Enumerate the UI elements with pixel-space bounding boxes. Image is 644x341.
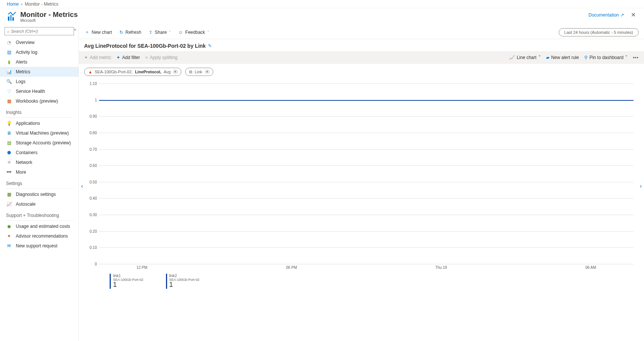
sidebar-item-label: Applications [16,121,40,126]
add-metric-button[interactable]: ✦ Add metric [84,55,111,60]
sidebar-item-label: Network [16,160,32,165]
sidebar-item-storage-accounts-preview-[interactable]: ▤Storage Accounts (preview) [0,138,78,148]
ticket-icon: ✉ [6,243,12,249]
gridline [99,264,633,264]
sidebar-item-overview[interactable]: ◔Overview [0,38,78,47]
chevron-down-icon: ˅ [625,55,627,60]
filter-icon: ✦ [116,55,120,60]
sidebar-item-label: Workbooks (preview) [16,99,58,104]
sidebar-item-logs[interactable]: 🔍Logs [0,77,78,86]
chart-next-button[interactable]: › [640,183,642,189]
sidebar-item-metrics[interactable]: 📊Metrics [0,67,78,77]
search-input[interactable] [11,29,71,33]
svg-rect-0 [8,17,9,21]
gridline [99,83,633,84]
gridline [99,165,633,166]
sidebar-item-service-health[interactable]: ♡Service Health [0,86,78,96]
sidebar-item-label: New support request [16,243,57,249]
breadcrumb: Home › Monitor - Metrics [0,0,644,8]
overview-icon: ◔ [6,39,12,45]
sidebar-item-label: Overview [16,40,35,45]
metric-pill[interactable]: ▲ SEA-100Gb-Port-02, LineProtocol, Avg ✕ [84,68,181,76]
refresh-button[interactable]: ↻ Refresh [119,28,142,36]
sidebar-item-usage-and-estimated-costs[interactable]: ◉Usage and estimated costs [0,221,78,231]
feedback-button[interactable]: ☺ Feedback ˅ [178,28,210,36]
collapse-sidebar-button[interactable]: « [74,27,76,32]
sidebar-item-label: Service Health [16,89,45,94]
series-line [99,100,633,101]
external-link-icon: ↗ [620,12,624,18]
plus-icon: ＋ [85,29,89,35]
page-subtitle: Microsoft [20,18,78,23]
sidebar-item-diagnostics-settings[interactable]: ▦Diagnostics settings [0,189,78,199]
chevron-down-icon: ˅ [538,55,541,60]
network-icon: ⚛ [6,159,12,165]
split-pill[interactable]: ⧉ Link ✕ [185,68,213,76]
sidebar-item-label: Advisor recommendations [16,233,68,239]
gridline [99,215,633,215]
gridline [99,198,633,199]
close-button[interactable]: ✕ [629,11,637,18]
sidebar-item-more[interactable]: •••More [0,167,78,177]
gridline [99,231,633,232]
sidebar-item-advisor-recommendations[interactable]: ✦Advisor recommendations [0,231,78,241]
remove-pill-button[interactable]: ✕ [205,69,210,74]
ytick-label: 1.10 [90,82,99,86]
advisor-icon: ✦ [6,233,12,239]
activity-icon: ▤ [6,49,12,55]
pin-dashboard-button[interactable]: ⚲ Pin to dashboard ˅ [584,55,628,60]
sidebar-item-workbooks-preview-[interactable]: ▦Workbooks (preview) [0,96,78,106]
health-icon: ♡ [6,88,12,94]
apply-splitting-button[interactable]: ⌗ Apply splitting [145,55,178,60]
ytick-label: 1 [95,98,99,102]
ytick-label: 0.30 [90,213,99,217]
sidebar-item-activity-log[interactable]: ▤Activity log [0,47,78,57]
sidebar-item-applications[interactable]: 💡Applications [0,118,78,128]
chart-prev-button[interactable]: ‹ [81,183,83,189]
page-title: Monitor - Metrics [20,11,78,19]
new-alert-button[interactable]: ▰ New alert rule [546,55,579,60]
more-options-button[interactable]: ••• [633,55,639,60]
breadcrumb-home[interactable]: Home [7,2,19,7]
chart-type-button[interactable]: 📈 Line chart ˅ [509,55,541,60]
new-chart-button[interactable]: ＋ New chart [84,27,113,37]
sidebar-item-virtual-machines-preview-[interactable]: 🖥Virtual Machines (preview) [0,128,78,138]
sparkle-icon: ✦ [84,55,88,60]
share-button[interactable]: ⇪ Share ˅ [148,28,172,36]
search-box[interactable]: ⌕ [5,27,74,35]
main-toolbar: ＋ New chart ↻ Refresh ⇪ Share ˅ ☺ Feedba… [79,26,644,39]
vm-icon: 🖥 [6,130,12,136]
containers-icon: ⬢ [6,150,12,156]
edit-title-button[interactable]: ✎ [208,43,212,48]
chart-area: ‹ › 1.1010.900.800.700.600.500.400.300.2… [79,80,644,293]
gridline [99,149,633,150]
alert-icon: ▰ [546,55,549,60]
legend-series-resource: SEA-100Gb-Port-02 [113,278,143,282]
metric-pills: ▲ SEA-100Gb-Port-02, LineProtocol, Avg ✕… [79,64,644,80]
sidebar-item-alerts[interactable]: ▮Alerts [0,57,78,67]
alerts-icon: ▮ [6,59,12,65]
diag-icon: ▦ [6,191,12,197]
storage-icon: ▤ [6,140,12,146]
remove-pill-button[interactable]: ✕ [173,69,178,74]
sidebar-item-new-support-request[interactable]: ✉New support request [0,241,78,251]
add-filter-button[interactable]: ✦ Add filter [116,55,140,60]
refresh-icon: ↻ [119,30,123,35]
legend-series-resource: SEA-100Gb-Port-02 [169,278,200,282]
sidebar-item-network[interactable]: ⚛Network [0,158,78,167]
chart-toolbar: ✦ Add metric ✦ Add filter ⌗ Apply splitt… [79,51,644,64]
legend-series-name: link1 [113,274,143,278]
sidebar-item-containers[interactable]: ⬢Containers [0,148,78,158]
time-range-picker[interactable]: Last 24 hours (Automatic - 5 minutes) [559,28,639,36]
apps-icon: 💡 [6,120,12,126]
chart-plot[interactable]: 1.1010.900.800.700.600.500.400.300.200.1… [99,83,633,264]
breadcrumb-current: Monitor - Metrics [25,2,58,7]
sidebar-item-autoscale[interactable]: 📈Autoscale [0,199,78,209]
sidebar-group-insights: Insights [0,106,78,117]
legend-item[interactable]: link1SEA-100Gb-Port-021 [110,274,143,289]
legend-item[interactable]: link2SEA-100Gb-Port-021 [166,274,200,289]
sidebar-item-label: Autoscale [16,202,36,207]
documentation-link[interactable]: Documentation ↗ [588,12,624,18]
sidebar-group-support: Support + Troubleshooting [0,209,78,220]
gridline [99,133,633,133]
